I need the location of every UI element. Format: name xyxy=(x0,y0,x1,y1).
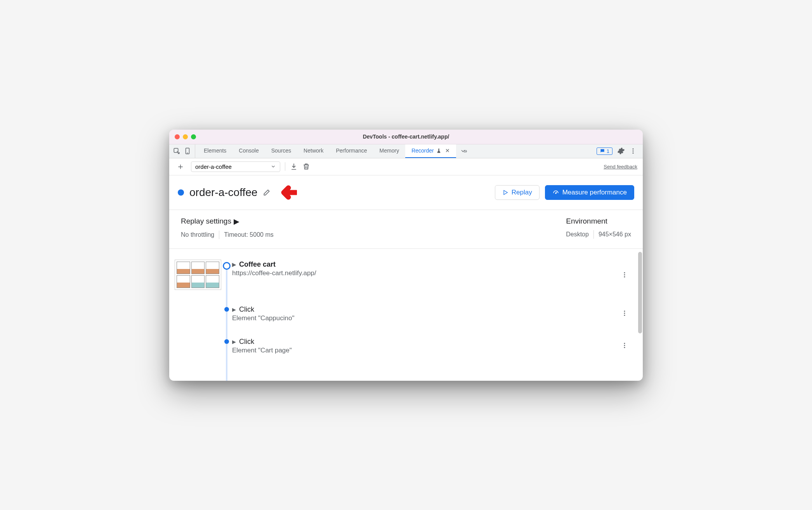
tab-performance[interactable]: Performance xyxy=(330,144,373,158)
svg-point-15 xyxy=(624,347,625,348)
caret-right-icon: ▶ xyxy=(232,262,236,267)
window-title: DevTools - coffee-cart.netlify.app/ xyxy=(169,134,643,140)
tab-sources[interactable]: Sources xyxy=(265,144,297,158)
step-item[interactable]: ▶ Click Element "Cappucino" xyxy=(232,305,618,322)
step-thumbnail xyxy=(175,260,221,290)
recorder-toolbar: ＋ order-a-coffee Send feedback xyxy=(169,158,643,175)
steps-list: ▶ Coffee cart https://coffee-cart.netlif… xyxy=(169,249,643,381)
step-subtitle: Element "Cart page" xyxy=(232,347,618,354)
svg-point-4 xyxy=(633,151,634,152)
minimize-window-button[interactable] xyxy=(183,134,188,139)
tab-recorder-label: Recorder xyxy=(411,147,434,154)
viewport-value: 945×546 px xyxy=(599,231,631,238)
recording-select[interactable]: order-a-coffee xyxy=(191,161,280,172)
close-tab-icon[interactable]: ✕ xyxy=(445,147,450,154)
tab-recorder[interactable]: Recorder ✕ xyxy=(405,144,456,158)
svg-point-13 xyxy=(624,343,625,344)
timeline-node xyxy=(223,262,231,270)
svg-point-12 xyxy=(624,315,625,316)
panel-tabs: Elements Console Sources Network Perform… xyxy=(198,144,593,158)
edit-title-icon[interactable] xyxy=(263,189,271,196)
step-more-icon[interactable] xyxy=(618,305,631,322)
send-feedback-link[interactable]: Send feedback xyxy=(604,164,637,170)
tab-memory[interactable]: Memory xyxy=(373,144,406,158)
recording-status-dot xyxy=(178,189,184,196)
flask-icon xyxy=(436,148,441,153)
zoom-window-button[interactable] xyxy=(191,134,196,139)
export-icon[interactable] xyxy=(290,163,298,170)
chevron-down-icon xyxy=(271,164,276,169)
svg-point-7 xyxy=(624,272,625,273)
svg-point-9 xyxy=(624,276,625,277)
recording-title: order-a-coffee xyxy=(189,186,257,199)
step-more-icon[interactable] xyxy=(618,337,631,354)
svg-point-11 xyxy=(624,313,625,314)
issues-badge[interactable]: 1 xyxy=(597,147,612,155)
window-titlebar: DevTools - coffee-cart.netlify.app/ xyxy=(169,130,643,144)
svg-point-3 xyxy=(633,148,634,149)
step-title: Click xyxy=(239,338,254,346)
settings-gear-icon[interactable] xyxy=(617,147,625,155)
new-recording-button[interactable]: ＋ xyxy=(175,161,186,172)
step-subtitle: https://coffee-cart.netlify.app/ xyxy=(232,269,618,277)
throttling-value: No throttling xyxy=(181,231,214,238)
measure-performance-button[interactable]: Measure performance xyxy=(545,185,634,200)
step-subtitle: Element "Cappucino" xyxy=(232,314,618,322)
devtools-tabstrip: Elements Console Sources Network Perform… xyxy=(169,144,643,158)
tab-elements[interactable]: Elements xyxy=(198,144,232,158)
delete-icon[interactable] xyxy=(302,163,310,170)
svg-point-8 xyxy=(624,274,625,275)
devtools-window: DevTools - coffee-cart.netlify.app/ Elem… xyxy=(169,130,643,381)
annotation-arrow-icon xyxy=(278,184,297,201)
caret-right-icon: ▶ xyxy=(232,307,236,312)
environment-settings: Environment Desktop 945×546 px xyxy=(566,217,631,239)
step-row: ▶ Coffee cart https://coffee-cart.netlif… xyxy=(175,256,631,301)
svg-point-5 xyxy=(633,153,634,154)
step-row: ▶ Click Element "Cappucino" xyxy=(175,301,631,333)
step-item[interactable]: ▶ Coffee cart https://coffee-cart.netlif… xyxy=(232,260,618,290)
separator xyxy=(285,162,285,171)
caret-right-icon: ▶ xyxy=(234,217,239,226)
inspect-element-icon[interactable] xyxy=(173,147,180,154)
step-title: Coffee cart xyxy=(239,260,276,269)
tab-console[interactable]: Console xyxy=(232,144,265,158)
timeout-value: Timeout: 5000 ms xyxy=(224,231,273,238)
step-item[interactable]: ▶ Click Element "Cart page" xyxy=(232,337,618,354)
caret-right-icon: ▶ xyxy=(232,339,236,345)
replay-button-label: Replay xyxy=(512,189,532,196)
timeline-node xyxy=(224,307,229,312)
more-tabs-button[interactable]: » xyxy=(456,144,471,158)
step-row: ▶ Click Element "Cart page" xyxy=(175,333,631,365)
separator xyxy=(593,230,594,239)
environment-heading: Environment xyxy=(566,217,631,226)
scrollbar[interactable] xyxy=(638,252,642,333)
recording-select-value: order-a-coffee xyxy=(195,163,232,170)
svg-point-10 xyxy=(624,311,625,312)
replay-settings[interactable]: Replay settings ▶ No throttling Timeout:… xyxy=(181,217,274,239)
settings-row: Replay settings ▶ No throttling Timeout:… xyxy=(169,210,643,249)
step-title: Click xyxy=(239,305,254,314)
issues-count: 1 xyxy=(607,148,609,154)
timeline-node xyxy=(224,339,229,344)
svg-point-6 xyxy=(555,193,556,193)
close-window-button[interactable] xyxy=(175,134,180,139)
replay-button[interactable]: Replay xyxy=(495,185,540,200)
step-more-icon[interactable] xyxy=(618,260,631,290)
device-value: Desktop xyxy=(566,231,589,238)
kebab-menu-icon[interactable] xyxy=(630,147,637,154)
device-toolbar-icon[interactable] xyxy=(184,147,191,154)
replay-settings-heading: Replay settings xyxy=(181,217,231,226)
traffic-lights xyxy=(175,134,196,139)
tab-network[interactable]: Network xyxy=(297,144,330,158)
svg-point-14 xyxy=(624,345,625,346)
separator xyxy=(219,231,219,239)
measure-button-label: Measure performance xyxy=(562,189,627,196)
recording-header: order-a-coffee Replay Measure performanc… xyxy=(169,175,643,210)
